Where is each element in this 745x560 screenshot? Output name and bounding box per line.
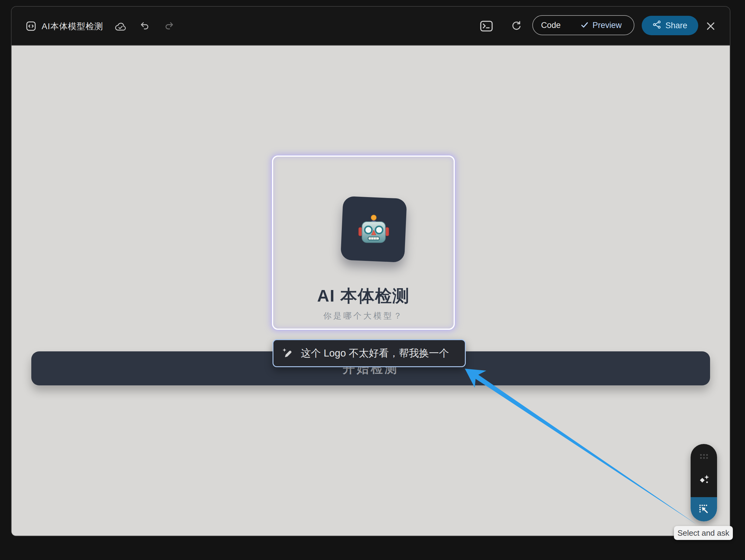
code-preview-toggle: Code Preview <box>532 15 635 35</box>
hero-title: AI 本体检测 <box>272 285 455 307</box>
titlebar: AI本体模型检测 <box>11 7 730 45</box>
close-button[interactable] <box>706 22 715 31</box>
app-title: AI本体模型检测 <box>42 21 103 32</box>
share-button[interactable]: Share <box>642 16 698 35</box>
undo-button[interactable] <box>140 21 149 31</box>
share-label: Share <box>666 21 687 30</box>
check-icon <box>581 21 588 30</box>
hero-subtitle: 你是哪个大模型？ <box>272 310 455 321</box>
prompt-bubble[interactable]: 这个 Logo 不太好看，帮我换一个 <box>272 339 466 367</box>
share-icon <box>653 20 661 31</box>
terminal-button[interactable] <box>480 21 493 33</box>
drag-dots-icon <box>700 453 709 460</box>
code-label: Code <box>541 21 561 30</box>
redo-button[interactable] <box>165 21 174 31</box>
app-window: AI本体模型检测 <box>11 6 731 536</box>
ai-actions-button[interactable] <box>698 474 710 486</box>
refresh-button[interactable] <box>511 21 521 32</box>
magic-pen-icon <box>281 347 292 359</box>
app-logo-tile[interactable] <box>341 196 407 263</box>
prompt-text: 这个 Logo 不太好看，帮我换一个 <box>301 347 449 360</box>
select-arrow-icon <box>698 503 710 515</box>
assist-toolbar <box>691 444 717 521</box>
cloud-check-icon <box>115 22 127 33</box>
robot-logo-icon <box>358 213 390 245</box>
preview-canvas: AI 本体检测 你是哪个大模型？ 开始检测 这个 Logo 不太好看，帮我换一个 <box>11 45 730 536</box>
assist-toolbar-top <box>691 444 717 497</box>
select-and-ask-tooltip: Select and ask <box>674 526 733 540</box>
drag-handle[interactable] <box>700 453 709 461</box>
select-and-ask-button[interactable] <box>691 497 717 521</box>
tab-code[interactable]: Code <box>533 16 569 35</box>
sparkle-icon <box>698 474 710 485</box>
preview-label: Preview <box>592 21 622 30</box>
tab-preview[interactable]: Preview <box>569 16 634 35</box>
code-window-icon <box>26 21 36 32</box>
